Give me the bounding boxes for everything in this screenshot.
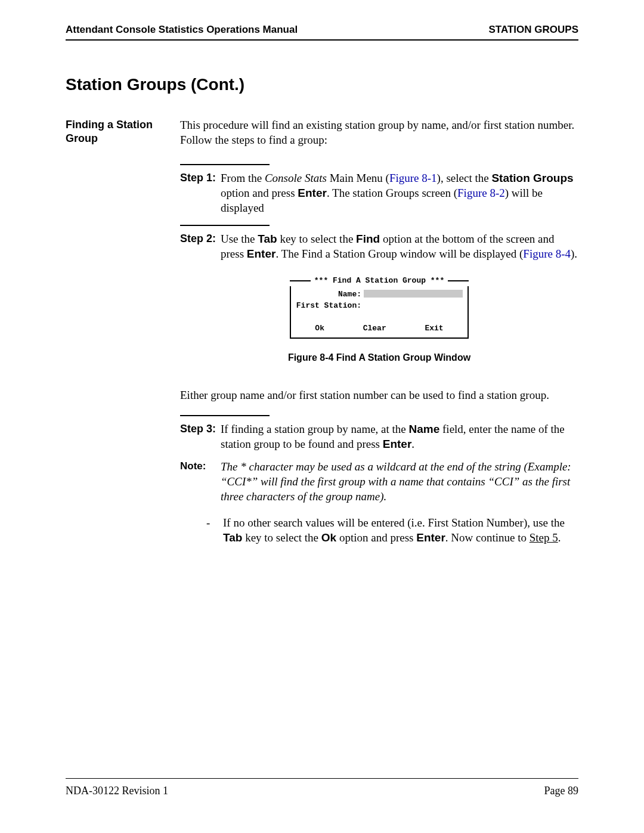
- ok-button[interactable]: Ok: [315, 324, 324, 334]
- title-rule-left: [290, 280, 311, 281]
- step-separator: [180, 415, 270, 416]
- figure-caption: Figure 8-4 Find A Station Group Window: [180, 352, 578, 364]
- text: .: [411, 438, 414, 450]
- note-body: The * character may be used as a wildcar…: [221, 460, 578, 504]
- dash-body: If no other search values will be entere…: [223, 516, 578, 545]
- figure-8-4-link[interactable]: Figure 8-4: [523, 247, 571, 260]
- footer-left: NDA-30122 Revision 1: [66, 785, 168, 797]
- step-separator: [180, 164, 270, 165]
- text: Use the: [221, 233, 258, 245]
- title-rule-right: [448, 280, 469, 281]
- header-rule: [66, 39, 578, 41]
- figure-8-4-window: *** Find A Station Group *** Name: First…: [180, 276, 578, 339]
- text: . The station Groups screen (: [327, 187, 457, 199]
- step-1-body: From the Console Stats Main Menu (Figure…: [221, 171, 578, 215]
- text: . Now continue to: [445, 531, 530, 544]
- side-heading-line2: Group: [66, 132, 98, 144]
- text: If no other search values will be entere…: [223, 516, 565, 529]
- enter-bold: Enter: [298, 187, 327, 199]
- text: option and press: [221, 187, 298, 199]
- intro-paragraph: This procedure will find an existing sta…: [180, 118, 578, 147]
- console-stats-italic: Console Stats: [265, 172, 327, 184]
- section-title: Station Groups (Cont.): [66, 75, 578, 94]
- figure-8-2-link[interactable]: Figure 8-2: [457, 187, 505, 199]
- side-heading-line1: Finding a Station: [66, 119, 153, 131]
- text: Main Menu (: [327, 172, 389, 184]
- footer-right: Page 89: [544, 785, 579, 797]
- tab-bold: Tab: [258, 233, 277, 245]
- text: ).: [571, 247, 577, 260]
- note-label: Note:: [180, 460, 221, 504]
- note: Note: The * character may be used as a w…: [180, 460, 578, 504]
- page-footer: NDA-30122 Revision 1 Page 89: [66, 778, 578, 797]
- window-body: Name: First Station: Ok Clear Exit: [290, 286, 469, 339]
- enter-bold: Enter: [247, 247, 276, 260]
- step-2: Step 2: Use the Tab key to select the Fi…: [180, 232, 578, 261]
- window-title: *** Find A Station Group ***: [311, 276, 448, 286]
- text: If finding a station group by name, at t…: [221, 423, 409, 435]
- name-field[interactable]: [364, 290, 463, 298]
- header-right: STATION GROUPS: [489, 24, 579, 36]
- window-title-row: *** Find A Station Group ***: [290, 276, 469, 286]
- page-header: Attendant Console Statistics Operations …: [66, 24, 578, 36]
- side-heading: Finding a Station Group: [66, 118, 180, 546]
- exit-button[interactable]: Exit: [425, 324, 443, 334]
- tab-bold: Tab: [223, 531, 242, 544]
- first-station-row: First Station:: [296, 301, 463, 311]
- dash-marker: -: [206, 516, 223, 545]
- text: key to select the: [242, 531, 321, 544]
- figure-8-1-link[interactable]: Figure 8-1: [389, 172, 437, 184]
- header-left: Attendant Console Statistics Operations …: [66, 24, 298, 36]
- text: . The Find a Station Group window will b…: [275, 247, 523, 260]
- footer-rule: [66, 778, 578, 779]
- name-bold: Name: [409, 423, 440, 435]
- step-2-label: Step 2:: [180, 232, 221, 261]
- find-station-group-window: *** Find A Station Group *** Name: First…: [290, 276, 469, 339]
- text: From the: [221, 172, 265, 184]
- first-station-field[interactable]: [364, 301, 388, 309]
- step-3-label: Step 3:: [180, 422, 221, 451]
- name-row: Name:: [296, 290, 463, 300]
- document-page: Attendant Console Statistics Operations …: [0, 0, 644, 833]
- sub-bullet: - If no other search values will be ente…: [180, 516, 578, 545]
- first-station-label: First Station:: [296, 301, 361, 311]
- step-1-label: Step 1:: [180, 171, 221, 215]
- content-area: Finding a Station Group This procedure w…: [66, 118, 578, 546]
- text: option and press: [336, 531, 416, 544]
- footer-row: NDA-30122 Revision 1 Page 89: [66, 785, 578, 797]
- step-3: Step 3: If finding a station group by na…: [180, 422, 578, 451]
- clear-button[interactable]: Clear: [363, 324, 386, 334]
- enter-bold: Enter: [383, 438, 412, 450]
- step-separator: [180, 225, 270, 226]
- text: .: [558, 531, 561, 544]
- paragraph-after-figure: Either group name and/or first station n…: [180, 388, 578, 403]
- step-2-body: Use the Tab key to select the Find optio…: [221, 232, 578, 261]
- step-3-body: If finding a station group by name, at t…: [221, 422, 578, 451]
- main-body: This procedure will find an existing sta…: [180, 118, 578, 546]
- window-actions: Ok Clear Exit: [296, 324, 463, 334]
- find-bold: Find: [356, 233, 380, 245]
- name-label: Name:: [296, 290, 361, 300]
- enter-bold: Enter: [416, 531, 445, 544]
- step-1: Step 1: From the Console Stats Main Menu…: [180, 171, 578, 215]
- step-5-link[interactable]: Step 5: [530, 531, 558, 544]
- ok-bold: Ok: [321, 531, 336, 544]
- text: key to select the: [277, 233, 356, 245]
- text: ), select the: [437, 172, 492, 184]
- station-groups-bold: Station Groups: [491, 172, 573, 184]
